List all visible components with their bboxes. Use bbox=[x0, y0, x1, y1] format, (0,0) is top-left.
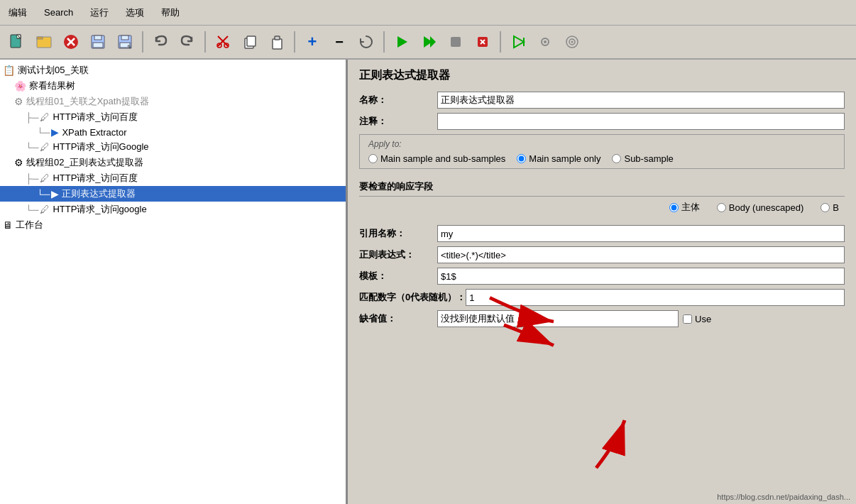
run-arrow-button[interactable] bbox=[416, 29, 441, 55]
connector4: ├─ bbox=[26, 173, 38, 184]
svg-rect-8 bbox=[94, 35, 101, 40]
main-layout: 📋 测试计划05_关联 🌸 察看结果树 ⚙ 线程组01_关联之Xpath提取器 … bbox=[0, 60, 856, 504]
toolbar-sep-1 bbox=[142, 31, 143, 53]
default-value-input[interactable] bbox=[437, 310, 679, 327]
regex-input[interactable] bbox=[437, 246, 845, 263]
response-main-input[interactable] bbox=[669, 203, 679, 212]
svg-rect-9 bbox=[93, 43, 103, 48]
tree-item-xpath[interactable]: └─ ▶ XPath Extractor bbox=[0, 125, 346, 139]
svg-rect-20 bbox=[273, 39, 282, 49]
response-unescaped-radio[interactable]: Body (unescaped) bbox=[717, 202, 804, 213]
left-panel: 📋 测试计划05_关联 🌸 察看结果树 ⚙ 线程组01_关联之Xpath提取器 … bbox=[0, 60, 348, 504]
response-field-label: 要检查的响应字段 bbox=[359, 177, 845, 197]
remote-dots-button[interactable] bbox=[532, 29, 558, 55]
close-icon bbox=[62, 33, 79, 50]
apply-main-only-label: Main sample only bbox=[529, 153, 600, 164]
remove-button[interactable]: − bbox=[327, 29, 352, 55]
response-main-radio[interactable]: 主体 bbox=[669, 201, 700, 214]
name-input[interactable] bbox=[437, 92, 845, 109]
apply-main-only[interactable]: Main sample only bbox=[517, 153, 600, 164]
tree-item-group02[interactable]: ⚙ 线程组02_正则表达式提取器 bbox=[0, 155, 346, 170]
tree-item-regex[interactable]: └─ ▶ 正则表达式提取器 bbox=[0, 186, 346, 202]
match-no-input[interactable] bbox=[466, 289, 845, 306]
paste-button[interactable] bbox=[264, 29, 290, 55]
apply-sub-label: Sub-sample bbox=[624, 153, 673, 164]
response-unescaped-label: Body (unescaped) bbox=[729, 202, 804, 213]
tree-item-http4[interactable]: └─ 🖊 HTTP请求_访问google bbox=[0, 202, 346, 217]
stop-icon bbox=[447, 33, 464, 50]
regex-label: 正则表达式： bbox=[359, 248, 437, 261]
tree-item-plan-label: 测试计划05_关联 bbox=[18, 64, 89, 77]
open-icon bbox=[35, 33, 53, 50]
tree-item-http1[interactable]: ├─ 🖊 HTTP请求_访问百度 bbox=[0, 109, 346, 125]
clear-icon bbox=[358, 33, 375, 50]
toolbar-sep-5 bbox=[500, 31, 501, 53]
template-row: 模板： bbox=[359, 268, 845, 285]
response-unescaped-input[interactable] bbox=[717, 203, 726, 212]
use-checkbox[interactable] bbox=[683, 314, 692, 324]
http3-icon: 🖊 bbox=[40, 172, 50, 184]
connector3: └─ bbox=[26, 142, 38, 153]
http1-icon: 🖊 bbox=[40, 111, 50, 123]
menubar: 编辑 Search 运行 选项 帮助 bbox=[0, 0, 856, 26]
use-checkbox-label[interactable]: Use bbox=[683, 314, 711, 324]
tree-item-results[interactable]: 🌸 察看结果树 bbox=[0, 78, 346, 94]
tree-item-http3[interactable]: ├─ 🖊 HTTP请求_访问百度 bbox=[0, 170, 346, 186]
menu-edit[interactable]: 编辑 bbox=[6, 5, 30, 21]
saveas-button[interactable]: ✎ bbox=[112, 29, 138, 55]
group02-icon: ⚙ bbox=[14, 157, 23, 168]
copy-button[interactable] bbox=[237, 29, 263, 55]
comment-input[interactable] bbox=[437, 113, 845, 130]
run-button[interactable] bbox=[389, 29, 415, 55]
save-button[interactable] bbox=[85, 29, 111, 55]
close-button[interactable] bbox=[58, 29, 84, 55]
svg-rect-25 bbox=[451, 37, 461, 47]
remote-run-button[interactable] bbox=[505, 29, 531, 55]
response-b-input[interactable] bbox=[821, 203, 830, 212]
open-button[interactable] bbox=[31, 29, 57, 55]
tree-item-xpath-label: XPath Extractor bbox=[62, 127, 126, 138]
menu-run[interactable]: 运行 bbox=[87, 5, 111, 21]
name-label: 名称： bbox=[359, 94, 437, 106]
add-button[interactable]: + bbox=[300, 29, 325, 55]
tree-item-workbench-label: 工作台 bbox=[16, 219, 43, 231]
match-no-row: 匹配数字（0代表随机）： bbox=[359, 289, 845, 306]
new-button[interactable] bbox=[4, 29, 30, 55]
remote-dots2-button[interactable] bbox=[559, 29, 585, 55]
remote-dots-icon bbox=[537, 33, 554, 50]
response-b-label: B bbox=[833, 202, 839, 213]
response-b-radio[interactable]: B bbox=[821, 202, 839, 213]
tree-item-group02-label: 线程组02_正则表达式提取器 bbox=[26, 156, 143, 169]
apply-main-sub[interactable]: Main sample and sub-samples bbox=[368, 153, 505, 164]
connector5: └─ bbox=[37, 189, 50, 199]
svg-point-35 bbox=[571, 41, 574, 43]
minus-icon: − bbox=[335, 34, 344, 50]
toolbar-sep-4 bbox=[383, 31, 385, 53]
stop-x-button[interactable] bbox=[470, 29, 495, 55]
tree-item-group01[interactable]: ⚙ 线程组01_关联之Xpath提取器 bbox=[0, 94, 346, 109]
run-arrow-icon bbox=[420, 33, 437, 50]
menu-search[interactable]: Search bbox=[41, 6, 76, 19]
template-input[interactable] bbox=[437, 268, 845, 285]
new-icon bbox=[9, 33, 26, 50]
cut-button[interactable] bbox=[210, 29, 236, 55]
clear-button[interactable] bbox=[353, 29, 379, 55]
tree-item-plan[interactable]: 📋 测试计划05_关联 bbox=[0, 62, 346, 78]
svg-marker-24 bbox=[430, 36, 436, 48]
tree-item-http2[interactable]: └─ 🖊 HTTP请求_访问Google bbox=[0, 139, 346, 155]
ref-name-input[interactable] bbox=[437, 225, 845, 242]
apply-sub-radio[interactable] bbox=[612, 154, 621, 163]
apply-to-box: Apply to: Main sample and sub-samples Ma… bbox=[359, 134, 845, 169]
remote-dots2-icon bbox=[564, 33, 581, 50]
menu-options[interactable]: 选项 bbox=[123, 5, 147, 21]
redo-button[interactable] bbox=[175, 29, 200, 55]
apply-main-sub-radio[interactable] bbox=[368, 154, 378, 163]
apply-sub[interactable]: Sub-sample bbox=[612, 153, 673, 164]
apply-main-only-radio[interactable] bbox=[517, 154, 526, 163]
apply-to-title: Apply to: bbox=[368, 139, 835, 149]
panel-title: 正则表达式提取器 bbox=[348, 60, 856, 89]
tree-item-workbench[interactable]: 🖥 工作台 bbox=[0, 217, 346, 233]
menu-help[interactable]: 帮助 bbox=[158, 5, 182, 21]
undo-button[interactable] bbox=[148, 29, 173, 55]
stop-button[interactable] bbox=[443, 29, 468, 55]
